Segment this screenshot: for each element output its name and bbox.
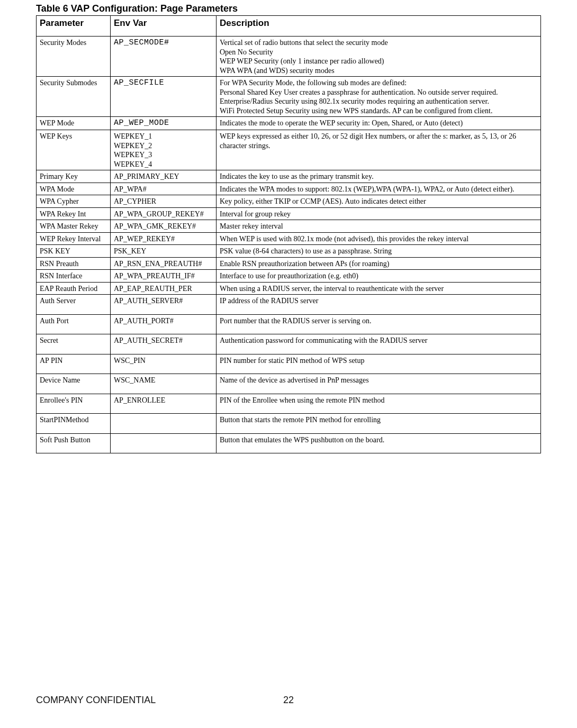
table-row: AP PINWSC_PINPIN number for static PIN m… — [37, 354, 541, 374]
table-row: WEP KeysWEPKEY_1 WEPKEY_2 WEPKEY_3 WEPKE… — [37, 130, 541, 170]
cell-description: Interface to use for preauthorization (e… — [217, 270, 541, 283]
cell-description: Button that emulates the WPS pushbutton … — [217, 433, 541, 453]
cell-parameter: RSN Interface — [37, 270, 111, 283]
cell-parameter: RSN Preauth — [37, 257, 111, 270]
cell-parameter: WPA Mode — [37, 183, 111, 195]
cell-parameter: WEP Keys — [37, 130, 111, 170]
cell-description: Key policy, either TKIP or CCMP (AES). A… — [217, 195, 541, 208]
table-header-row: Parameter Env Var Description — [37, 16, 541, 37]
cell-envvar: AP_SECFILE — [111, 77, 217, 117]
cell-parameter: WPA Cypher — [37, 195, 111, 208]
cell-parameter: PSK KEY — [37, 245, 111, 258]
table-row: WPA CypherAP_CYPHERKey policy, either TK… — [37, 195, 541, 208]
cell-envvar: AP_SECMODE# — [111, 37, 217, 77]
cell-description: Enable RSN preauthorization between APs … — [217, 257, 541, 270]
cell-envvar: AP_AUTH_SECRET# — [111, 334, 217, 354]
cell-description: Button that starts the remote PIN method… — [217, 414, 541, 434]
cell-description: WEP keys expressed as either 10, 26, or … — [217, 130, 541, 170]
cell-parameter: AP PIN — [37, 354, 111, 374]
cell-description: Name of the device as advertised in PnP … — [217, 374, 541, 394]
cell-parameter: Primary Key — [37, 170, 111, 183]
cell-parameter: Enrollee's PIN — [37, 394, 111, 414]
cell-envvar: AP_WPA# — [111, 183, 217, 195]
cell-description: Vertical set of radio buttons that selec… — [217, 37, 541, 77]
cell-description: PIN number for static PIN method of WPS … — [217, 354, 541, 374]
table-row: WEP ModeAP_WEP_MODEIndicates the mode to… — [37, 117, 541, 130]
cell-description: Authentication password for communicatin… — [217, 334, 541, 354]
cell-parameter: WPA Rekey Int — [37, 207, 111, 220]
table-row: EAP Reauth PeriodAP_EAP_REAUTH_PERWhen u… — [37, 282, 541, 295]
cell-description: For WPA Security Mode, the following sub… — [217, 77, 541, 117]
page-footer: COMPANY CONFIDENTIAL 22 — [36, 695, 541, 706]
cell-description: When WEP is used with 802.1x mode (not a… — [217, 232, 541, 245]
table-row: Device NameWSC_NAMEName of the device as… — [37, 374, 541, 394]
cell-envvar: AP_ENROLLEE — [111, 394, 217, 414]
cell-description: Interval for group rekey — [217, 207, 541, 220]
cell-envvar: AP_WEP_MODE — [111, 117, 217, 130]
cell-parameter: Auth Server — [37, 295, 111, 315]
table-row: WPA Rekey IntAP_WPA_GROUP_REKEY#Interval… — [37, 207, 541, 220]
cell-envvar: WEPKEY_1 WEPKEY_2 WEPKEY_3 WEPKEY_4 — [111, 130, 217, 170]
table-row: Enrollee's PINAP_ENROLLEEPIN of the Enro… — [37, 394, 541, 414]
table-row: Soft Push ButtonButton that emulates the… — [37, 433, 541, 453]
cell-parameter: Soft Push Button — [37, 433, 111, 453]
table-row: Security SubmodesAP_SECFILEFor WPA Secur… — [37, 77, 541, 117]
cell-envvar: AP_AUTH_PORT# — [111, 314, 217, 334]
cell-parameter: Security Modes — [37, 37, 111, 77]
table-row: WPA ModeAP_WPA#Indicates the WPA modes t… — [37, 183, 541, 195]
cell-parameter: WEP Mode — [37, 117, 111, 130]
footer-page-number: 22 — [283, 695, 294, 706]
cell-parameter: WPA Master Rekey — [37, 220, 111, 233]
table-row: StartPINMethodButton that starts the rem… — [37, 414, 541, 434]
cell-envvar: WSC_PIN — [111, 354, 217, 374]
cell-envvar — [111, 414, 217, 434]
cell-description: Master rekey interval — [217, 220, 541, 233]
cell-description: Indicates the mode to operate the WEP se… — [217, 117, 541, 130]
cell-envvar: AP_WPA_GMK_REKEY# — [111, 220, 217, 233]
cell-envvar: WSC_NAME — [111, 374, 217, 394]
cell-description: IP address of the RADIUS server — [217, 295, 541, 315]
footer-confidential: COMPANY CONFIDENTIAL — [36, 695, 156, 706]
cell-description: PSK value (8-64 characters) to use as a … — [217, 245, 541, 258]
table-row: RSN InterfaceAP_WPA_PREAUTH_IF#Interface… — [37, 270, 541, 283]
cell-parameter: Secret — [37, 334, 111, 354]
cell-envvar: AP_AUTH_SERVER# — [111, 295, 217, 315]
cell-description: Indicates the key to use as the primary … — [217, 170, 541, 183]
cell-envvar — [111, 433, 217, 453]
cell-description: PIN of the Enrollee when using the remot… — [217, 394, 541, 414]
table-row: Auth ServerAP_AUTH_SERVER#IP address of … — [37, 295, 541, 315]
cell-envvar: AP_EAP_REAUTH_PER — [111, 282, 217, 295]
table-row: Primary KeyAP_PRIMARY_KEYIndicates the k… — [37, 170, 541, 183]
header-parameter: Parameter — [37, 16, 111, 37]
cell-envvar: AP_RSN_ENA_PREAUTH# — [111, 257, 217, 270]
table-row: Auth PortAP_AUTH_PORT#Port number that t… — [37, 314, 541, 334]
table-row: SecretAP_AUTH_SECRET#Authentication pass… — [37, 334, 541, 354]
cell-parameter: Security Submodes — [37, 77, 111, 117]
table-row: Security ModesAP_SECMODE#Vertical set of… — [37, 37, 541, 77]
cell-parameter: EAP Reauth Period — [37, 282, 111, 295]
table-row: WPA Master RekeyAP_WPA_GMK_REKEY#Master … — [37, 220, 541, 233]
cell-envvar: AP_PRIMARY_KEY — [111, 170, 217, 183]
table-row: WEP Rekey IntervalAP_WEP_REKEY#When WEP … — [37, 232, 541, 245]
cell-parameter: Auth Port — [37, 314, 111, 334]
cell-envvar: AP_WEP_REKEY# — [111, 232, 217, 245]
cell-envvar: PSK_KEY — [111, 245, 217, 258]
cell-envvar: AP_WPA_GROUP_REKEY# — [111, 207, 217, 220]
header-description: Description — [217, 16, 541, 37]
cell-parameter: StartPINMethod — [37, 414, 111, 434]
cell-parameter: WEP Rekey Interval — [37, 232, 111, 245]
cell-envvar: AP_WPA_PREAUTH_IF# — [111, 270, 217, 283]
table-row: RSN PreauthAP_RSN_ENA_PREAUTH#Enable RSN… — [37, 257, 541, 270]
table-title: Table 6 VAP Configuration: Page Paramete… — [36, 3, 541, 14]
header-envvar: Env Var — [111, 16, 217, 37]
cell-envvar: AP_CYPHER — [111, 195, 217, 208]
table-row: PSK KEYPSK_KEYPSK value (8-64 characters… — [37, 245, 541, 258]
cell-parameter: Device Name — [37, 374, 111, 394]
cell-description: When using a RADIUS server, the interval… — [217, 282, 541, 295]
cell-description: Indicates the WPA modes to support: 802.… — [217, 183, 541, 195]
cell-description: Port number that the RADIUS server is se… — [217, 314, 541, 334]
vap-config-table: Parameter Env Var Description Security M… — [36, 15, 541, 453]
